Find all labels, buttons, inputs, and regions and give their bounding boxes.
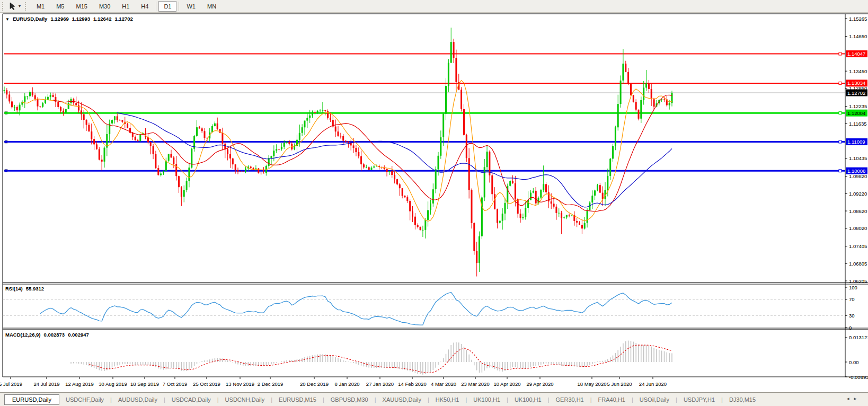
timeframe-button-d1[interactable]: D1 [158, 1, 176, 12]
date-label: 23 Mar 2020 [461, 381, 489, 387]
price-axis-tick: 1.14650 [849, 33, 867, 39]
level-handle[interactable] [839, 112, 842, 114]
date-label: 10 Apr 2020 [493, 381, 520, 387]
level-handle[interactable] [5, 140, 7, 143]
timeframe-button-m5[interactable]: M5 [51, 1, 69, 12]
level-handle[interactable] [839, 140, 842, 143]
ohlc-high: 1.12993 [72, 16, 90, 22]
svg-text:0.013121: 0.013121 [849, 334, 868, 340]
price-axis-tick: 1.07405 [849, 243, 867, 249]
date-label: 18 Sep 2019 [130, 381, 159, 387]
tab-gbpusd-m30[interactable]: GBPUSD,M30 [324, 394, 375, 405]
tab-uk100-h1[interactable]: UK100,H1 [467, 394, 507, 405]
moving-average-line [117, 113, 672, 207]
svg-text:70: 70 [849, 296, 855, 302]
date-label: 18 May 2020 [578, 381, 607, 387]
date-label: 29 Apr 2020 [526, 381, 553, 387]
price-axis-tick: 1.06805 [849, 261, 867, 267]
ohlc-low: 1.12642 [93, 16, 111, 22]
price-axis-tick: 1.06205 [849, 278, 867, 284]
timeframe-button-h4[interactable]: H4 [136, 1, 154, 12]
macd-indicator-label: MACD(12,26,9)0.0028730.002947 [5, 332, 92, 338]
cursor-tool-icon[interactable] [9, 2, 17, 10]
timeframe-button-w1[interactable]: W1 [181, 1, 201, 12]
date-label: 7 Oct 2019 [163, 381, 187, 387]
tab-usdchf-daily[interactable]: USDCHF,Daily [59, 394, 110, 405]
level-handle[interactable] [5, 112, 7, 114]
svg-text:0: 0 [849, 325, 852, 331]
cursor-tool-dropdown-icon[interactable]: ▼ [17, 4, 22, 8]
date-label: 12 Aug 2019 [65, 381, 93, 387]
timeframe-button-mn[interactable]: MN [202, 1, 222, 12]
price-axis-tick: 1.10435 [849, 155, 867, 161]
svg-text:1.13034: 1.13034 [847, 80, 865, 86]
date-label: 27 Jan 2020 [366, 381, 394, 387]
date-label: 30 Aug 2019 [99, 381, 127, 387]
tab-dj30-m15[interactable]: DJ30,M15 [723, 394, 762, 405]
date-label: 5 Jul 2019 [0, 381, 22, 387]
date-label: 20 Dec 2019 [300, 381, 329, 387]
date-label: 25 Oct 2019 [193, 381, 220, 387]
svg-text:1.12702: 1.12702 [847, 90, 865, 96]
tab-fra40-h1[interactable]: FRA40,H1 [592, 394, 632, 405]
svg-text:1.11009: 1.11009 [847, 139, 865, 145]
toolbar-grip2 [25, 2, 28, 11]
timeframe-button-h1[interactable]: H1 [117, 1, 135, 12]
tab-xauusd-daily[interactable]: XAUUSD,Daily [376, 394, 428, 405]
svg-text:100: 100 [849, 285, 857, 290]
level-handle[interactable] [839, 82, 842, 84]
tab-scroll-right[interactable]: ► [853, 396, 861, 401]
svg-text:30: 30 [849, 313, 855, 319]
tab-uk100-h1[interactable]: UK100,H1 [508, 394, 548, 405]
toolbar-grip [2, 2, 5, 11]
svg-text:1.10008: 1.10008 [847, 168, 865, 174]
tab-audusd-daily[interactable]: AUDUSD,Daily [112, 394, 164, 405]
main-chart-svg[interactable]: 1.152651.146501.134501.128501.122351.116… [0, 0, 868, 406]
date-label: 5 Jun 2020 [607, 381, 632, 387]
svg-text:1.12004: 1.12004 [847, 110, 865, 116]
date-label: 4 Mar 2020 [431, 381, 456, 387]
level-handle[interactable] [5, 170, 7, 172]
tab-hk50-h1[interactable]: HK50,H1 [429, 394, 466, 405]
level-handle[interactable] [839, 52, 842, 55]
price-axis-tick: 1.08620 [849, 208, 867, 214]
symbol-tab-bar: EURUSD,DailyUSDCHF,Daily|AUDUSD,Daily|US… [0, 392, 868, 406]
ohlc-close: 1.12702 [114, 16, 132, 22]
timeframe-button-m1[interactable]: M1 [31, 1, 50, 12]
rsi-line [40, 293, 672, 325]
date-label: 13 Nov 2019 [226, 381, 254, 387]
rsi-indicator-label: RSI(14)55.9312 [5, 286, 47, 292]
top-toolbar: ▼ M1M5M15M30H1H4D1W1MN [0, 0, 868, 13]
price-axis-tick: 1.15265 [849, 16, 867, 22]
date-label: 24 Jul 2019 [33, 381, 59, 387]
date-label: 8 Jan 2020 [334, 381, 359, 387]
tab-eurusd-daily-active[interactable]: EURUSD,Daily [4, 394, 59, 405]
tab-scroll-left[interactable]: ◄ [846, 396, 853, 401]
price-axis-tick: 1.13450 [849, 68, 867, 74]
price-axis-tick: 1.08020 [849, 225, 867, 231]
tab-usdjpy-h1[interactable]: USDJPY,H1 [677, 394, 721, 405]
date-label: 24 Jun 2020 [639, 381, 667, 387]
date-label: 2 Dec 2019 [258, 381, 284, 387]
price-axis-tick: 1.09220 [849, 191, 867, 197]
tab-ger30-h1[interactable]: GER30,H1 [550, 394, 590, 405]
chart-title: ▼EURUSD,Daily1.129691.129931.126421.1270… [5, 16, 136, 22]
price-axis-tick: 1.11635 [849, 121, 867, 127]
level-handle[interactable] [839, 170, 842, 172]
timeframe-button-m30[interactable]: M30 [94, 1, 116, 12]
ohlc-open: 1.12969 [50, 16, 68, 22]
chart-symbol: EURUSD,Daily [13, 16, 47, 22]
price-axis-tick: 1.12235 [849, 103, 867, 109]
tab-eurusd-m15[interactable]: EURUSD,M15 [272, 394, 323, 405]
tab-usdcad-daily[interactable]: USDCAD,Daily [165, 394, 217, 405]
tab-usoil-daily[interactable]: USOil,Daily [633, 394, 676, 405]
svg-text:0.00: 0.00 [849, 359, 859, 365]
symbol-dropdown-icon[interactable]: ▼ [5, 17, 10, 22]
svg-text:-0.008933: -0.008933 [849, 374, 868, 380]
tab-usdcnh-daily[interactable]: USDCNH,Daily [219, 394, 271, 405]
svg-text:1.14047: 1.14047 [847, 51, 865, 57]
date-label: 14 Feb 2020 [398, 381, 426, 387]
timeframe-button-m15[interactable]: M15 [70, 1, 92, 12]
